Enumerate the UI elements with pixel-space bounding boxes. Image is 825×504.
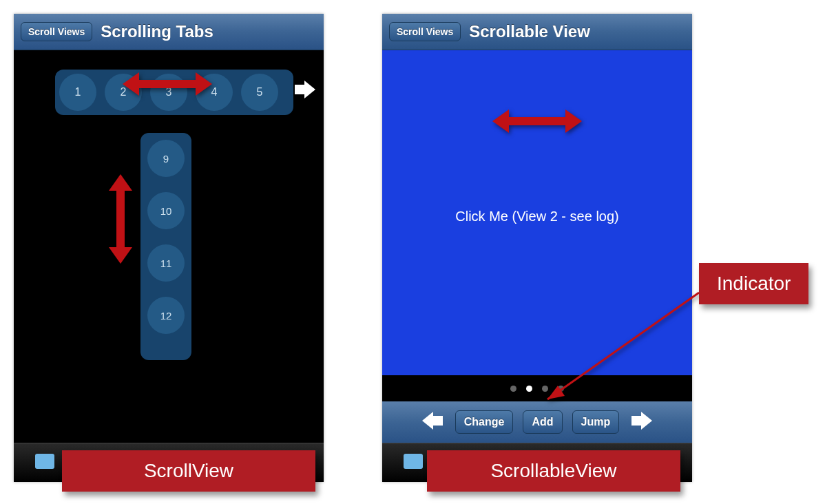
tab-button[interactable]: 10: [147, 192, 185, 229]
indicator-pointer-arrow-icon: [537, 289, 702, 409]
page-title: Scrollable View: [469, 22, 590, 41]
svg-marker-1: [123, 72, 212, 96]
page-dot-active[interactable]: [526, 386, 532, 392]
tab-button[interactable]: 12: [147, 297, 185, 334]
svg-marker-10: [631, 412, 652, 430]
change-button[interactable]: Change: [455, 410, 514, 434]
svg-marker-2: [109, 174, 132, 264]
tab-basic-icon[interactable]: [32, 451, 57, 474]
svg-marker-17: [547, 386, 565, 399]
tab-button[interactable]: 1: [59, 74, 96, 111]
tab-button[interactable]: 9: [147, 140, 185, 177]
jump-button[interactable]: Jump: [572, 410, 620, 434]
svg-rect-3: [35, 454, 54, 469]
svg-line-16: [547, 293, 699, 399]
next-arrow-icon[interactable]: [629, 412, 655, 432]
horizontal-swipe-arrow-icon: [123, 72, 212, 98]
vertical-swipe-arrow-icon: [109, 174, 132, 266]
view-label[interactable]: Click Me (View 2 - see log): [382, 209, 692, 224]
page-title: Scrolling Tabs: [101, 22, 213, 41]
annotation-scrollableview: ScrollableView: [427, 450, 680, 492]
horizontal-swipe-arrow-icon: [492, 109, 582, 136]
svg-marker-8: [492, 109, 582, 133]
navbar: Scroll Views Scrollable View: [382, 14, 692, 50]
tab-button[interactable]: 11: [147, 244, 185, 282]
prev-arrow-icon[interactable]: [419, 412, 446, 432]
add-button[interactable]: Add: [523, 410, 562, 434]
vertical-scroll-tabs[interactable]: 9 10 11 12: [140, 133, 191, 360]
content-area: 1 2 3 4 5 9 10 11 12: [14, 50, 324, 443]
back-button[interactable]: Scroll Views: [21, 22, 92, 41]
phone-scrolling-tabs: Scroll Views Scrolling Tabs 1 2 3 4 5 9 …: [14, 14, 324, 482]
annotation-scrollview: ScrollView: [62, 450, 315, 492]
tab-basic-icon[interactable]: [401, 451, 426, 474]
page-dot[interactable]: [510, 386, 516, 392]
svg-marker-9: [422, 412, 443, 430]
annotation-indicator: Indicator: [699, 263, 808, 304]
svg-rect-11: [404, 454, 423, 469]
tab-button[interactable]: 5: [241, 74, 278, 111]
navbar: Scroll Views Scrolling Tabs: [14, 14, 324, 50]
phone-scrollable-view: Scroll Views Scrollable View Click Me (V…: [382, 14, 692, 482]
back-button[interactable]: Scroll Views: [389, 22, 461, 41]
next-arrow-icon[interactable]: [295, 81, 315, 101]
svg-marker-0: [295, 81, 315, 98]
